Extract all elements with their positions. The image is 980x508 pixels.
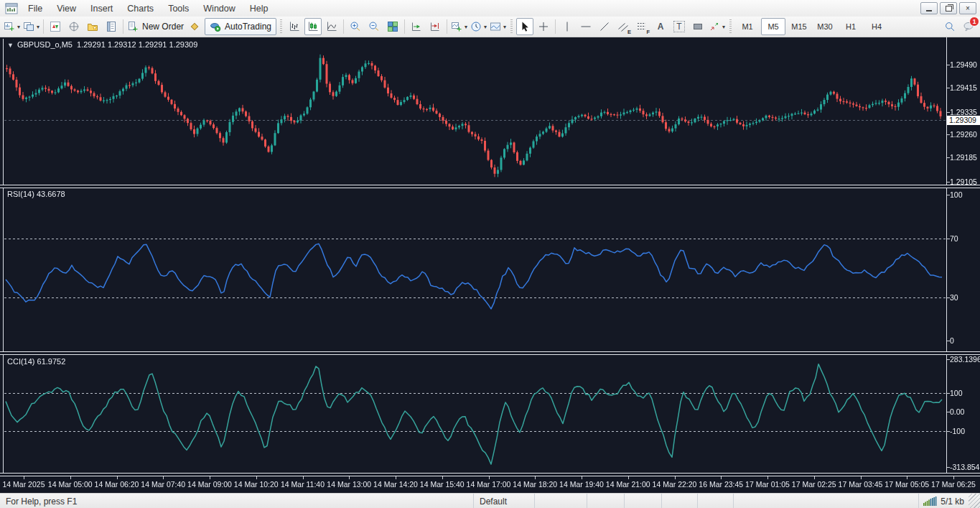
menu-file[interactable]: File (21, 1, 50, 16)
periods-button[interactable]: ▾ (470, 18, 487, 35)
bar-chart-button[interactable] (286, 18, 303, 35)
menu-help[interactable]: Help (243, 1, 276, 16)
fibonacci-tool-button-badge: F (646, 29, 650, 35)
indicators-button[interactable]: ▾ (450, 18, 468, 35)
connection-bars-icon (923, 497, 938, 506)
dropdown-arrow-icon[interactable]: ▾ (503, 24, 506, 30)
minimize-button[interactable] (920, 2, 938, 14)
chart-title-arrow-icon[interactable]: ▼ (7, 42, 14, 49)
profiles-icon (23, 21, 34, 32)
menu-window[interactable]: Window (196, 1, 242, 16)
data-window-button[interactable] (103, 18, 120, 35)
status-profile[interactable]: Default (474, 494, 535, 508)
cci-tick-label: 283.1396 (950, 355, 980, 364)
panel-separator-bottom (0, 473, 980, 476)
candlestick-button[interactable] (304, 18, 322, 35)
label-tool-button[interactable]: T (671, 18, 688, 35)
line-chart-icon (326, 21, 337, 32)
bar-chart-icon (289, 21, 300, 32)
cursor-tool-button[interactable] (516, 18, 533, 35)
panel-separator-main-rsi[interactable] (0, 185, 980, 188)
chart-symbol-label: GBPUSD_o,M5 (17, 40, 73, 49)
chart-canvas[interactable] (0, 0, 980, 508)
timeframe-m15-button[interactable]: M15 (787, 18, 811, 35)
status-cell-empty (662, 494, 698, 508)
toolbar-separator (343, 19, 344, 34)
timeframe-m30-button-label: M30 (817, 22, 832, 31)
zoom-in-button[interactable] (347, 18, 364, 35)
toolbar-separator (123, 19, 123, 34)
dropdown-arrow-icon[interactable]: ▾ (37, 24, 39, 30)
notification-count-badge: 1 (969, 17, 979, 27)
timeframe-m5-button[interactable]: M5 (761, 18, 785, 35)
rsi-tick-label: 100 (950, 190, 963, 199)
navigator-button[interactable] (65, 18, 83, 35)
toolbar-grip[interactable] (510, 19, 513, 34)
fibonacci-tool-button[interactable]: F (633, 18, 650, 35)
timeframe-h1-button-label: H1 (846, 22, 856, 31)
search-button[interactable] (941, 18, 958, 35)
dropdown-arrow-icon[interactable]: ▾ (722, 24, 725, 30)
channel-tool-button[interactable]: E (615, 18, 632, 35)
history-center-icon (189, 21, 200, 32)
notifications-button[interactable]: 1 (960, 18, 977, 35)
line-chart-button[interactable] (323, 18, 340, 35)
timeframe-h4-button-label: H4 (872, 22, 882, 31)
templates-button[interactable]: ▾ (489, 18, 507, 35)
toolbar-grip[interactable] (729, 19, 732, 34)
vertical-line-tool-button[interactable] (559, 18, 576, 35)
status-cell-empty (698, 494, 734, 508)
history-center-button[interactable] (186, 18, 203, 35)
app-icon[interactable] (5, 3, 18, 14)
menu-view[interactable]: View (50, 1, 83, 16)
time-tick-label: 14 Mar 09:00 (187, 480, 232, 489)
restore-button[interactable] (940, 2, 957, 14)
dropdown-arrow-icon[interactable]: ▾ (484, 24, 487, 30)
resize-grip[interactable] (969, 494, 980, 508)
dropdown-arrow-icon[interactable]: ▾ (465, 24, 467, 30)
new-order-button[interactable]: New Order (126, 18, 185, 35)
timeframe-h4-button[interactable]: H4 (864, 18, 889, 35)
timeframe-h1-button[interactable]: H1 (839, 18, 863, 35)
toolbar-grip[interactable] (280, 19, 282, 34)
horizontal-line-tool-button[interactable] (577, 18, 594, 35)
menu-tools[interactable]: Tools (161, 1, 196, 16)
auto-scroll-button[interactable] (408, 18, 425, 35)
market-watch-button[interactable] (47, 18, 64, 35)
text-tool-button[interactable]: A (652, 18, 669, 35)
cci-tick-label: 100 (950, 389, 963, 397)
timeframe-m30-button[interactable]: M30 (813, 18, 837, 35)
chart-shift-button[interactable] (426, 18, 444, 35)
trendline-tool-button[interactable] (596, 18, 613, 35)
channel-tool-button-badge: E (627, 29, 631, 35)
zoom-out-button[interactable] (365, 18, 383, 35)
dropdown-arrow-icon[interactable]: ▾ (17, 24, 20, 30)
crosshair-tool-button[interactable] (535, 18, 552, 35)
tile-windows-icon (387, 21, 398, 32)
time-tick-label: 17 Mar 03:45 (839, 480, 883, 489)
time-tick-label: 17 Mar 05:05 (885, 480, 929, 489)
arrows-tool-button[interactable]: ▾ (708, 18, 726, 35)
chart-ohlc-label: 1.29291 1.29312 1.29291 1.29309 (77, 40, 197, 49)
menu-bar: FileViewInsertChartsToolsWindowHelp × (0, 0, 980, 17)
timeframe-m15-button-label: M15 (791, 22, 806, 31)
label-tool-icon: T (673, 21, 684, 32)
cci-tick-label: 0.00 (950, 407, 964, 416)
menu-charts[interactable]: Charts (120, 1, 161, 16)
market-watch-icon (50, 21, 61, 32)
close-button[interactable]: × (959, 2, 976, 14)
navigator-icon (68, 21, 80, 32)
new-chart-button[interactable]: ▾ (3, 18, 21, 35)
menu-insert[interactable]: Insert (83, 1, 120, 16)
favorites-button[interactable] (84, 18, 101, 35)
timeframe-m1-button[interactable]: M1 (735, 18, 760, 35)
search-icon (944, 21, 956, 32)
autotrading-button[interactable]: AutoTrading (205, 18, 276, 35)
rectangle-tool-button[interactable] (689, 18, 706, 35)
tile-windows-button[interactable] (384, 18, 401, 35)
periods-icon (470, 21, 482, 32)
panel-separator-rsi-cci[interactable] (0, 351, 980, 355)
arrows-tool-icon (709, 21, 720, 32)
status-cell-empty (587, 494, 625, 508)
profiles-button[interactable]: ▾ (22, 18, 40, 35)
